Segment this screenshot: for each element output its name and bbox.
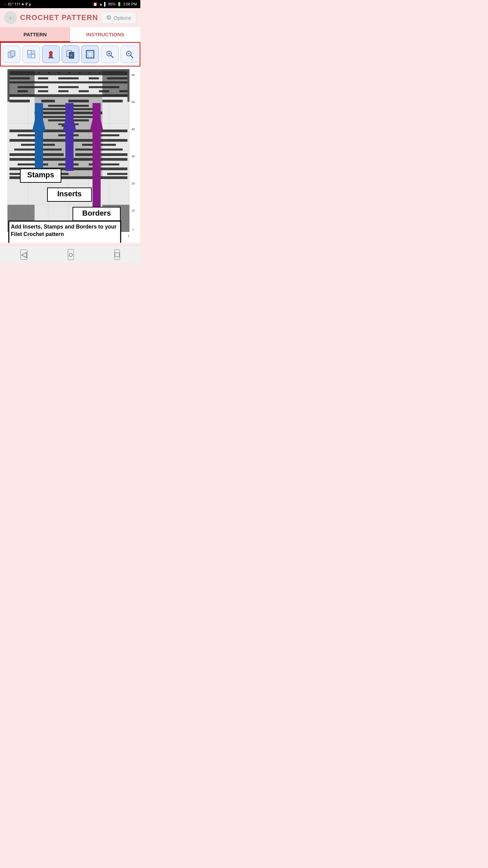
move-tool-button[interactable] — [22, 45, 40, 63]
status-temp: 81° — [8, 2, 14, 6]
battery-icon: 🔋 — [117, 2, 122, 6]
svg-rect-8 — [48, 57, 54, 58]
ruler-label-10: 10 — [131, 209, 135, 212]
status-bar: ··· 81° f f f ★ 𝐏 𝐩 ⏰ ▲ ▌ 95% 🔋 3:58 PM — [0, 0, 140, 8]
svg-rect-72 — [58, 86, 79, 88]
svg-rect-65 — [9, 77, 30, 79]
svg-rect-13 — [88, 52, 92, 56]
gear-icon: ⚙ — [106, 14, 111, 21]
back-button[interactable]: ‹ — [4, 11, 17, 24]
svg-rect-5 — [27, 54, 31, 58]
svg-rect-74 — [18, 90, 28, 92]
status-dots: ··· — [3, 2, 6, 6]
svg-rect-81 — [9, 100, 30, 102]
status-right: ⏰ ▲ ▌ 95% 🔋 3:58 PM — [93, 2, 137, 6]
svg-rect-102 — [75, 153, 127, 156]
nav-back-button[interactable]: ◁ — [20, 250, 27, 260]
svg-rect-117 — [93, 103, 101, 212]
ruler-label-50: 50 — [131, 100, 135, 104]
svg-rect-110 — [107, 173, 127, 175]
copy-tool-button[interactable] — [3, 45, 20, 63]
svg-point-6 — [49, 51, 53, 55]
ruler-label-20: 20 — [131, 182, 135, 185]
svg-rect-79 — [119, 90, 127, 92]
border-tool-button[interactable] — [81, 45, 99, 63]
svg-rect-73 — [89, 86, 119, 88]
inserts-label: Inserts — [57, 190, 82, 198]
ruler-bottom-1: 1 — [128, 234, 129, 237]
svg-rect-84 — [102, 100, 123, 102]
svg-rect-71 — [18, 86, 48, 88]
svg-line-17 — [111, 55, 113, 58]
tab-instructions[interactable]: INSTRUCTIONS — [70, 27, 140, 42]
borders-label: Borders — [82, 209, 111, 217]
status-left: ··· 81° f f f ★ 𝐏 𝐩 — [3, 2, 31, 6]
nav-home-button[interactable]: ○ — [68, 249, 74, 260]
svg-rect-4 — [31, 54, 35, 58]
svg-rect-66 — [38, 77, 48, 79]
ruler-label-1: 1 — [132, 228, 134, 231]
ruler-label-60: 60 — [131, 73, 135, 77]
status-icons: f f f ★ 𝐏 𝐩 — [15, 2, 31, 6]
insert-tool-button[interactable]: + — [62, 45, 79, 63]
svg-rect-83 — [68, 100, 89, 102]
page-title: CROCHET PATTERN — [20, 13, 98, 22]
svg-rect-64 — [9, 71, 127, 75]
svg-rect-113 — [35, 103, 43, 171]
svg-rect-77 — [79, 90, 89, 92]
alarm-icon: ⏰ — [93, 2, 98, 6]
zoom-in-button[interactable] — [101, 45, 119, 63]
toolbar: + — [0, 42, 140, 66]
ruler-label-30: 30 — [131, 155, 135, 158]
svg-rect-12 — [86, 51, 94, 58]
options-label: Options — [114, 15, 131, 21]
svg-rect-1 — [10, 51, 15, 56]
svg-text:+: + — [70, 54, 72, 57]
svg-rect-76 — [58, 90, 68, 92]
nav-bar: ◁ ○ □ — [0, 245, 140, 263]
wifi-icon: ▲ — [99, 2, 103, 6]
stamp-tool-button[interactable] — [42, 45, 60, 63]
svg-rect-104 — [18, 163, 48, 165]
svg-rect-3 — [31, 51, 35, 54]
status-time: 3:58 PM — [123, 2, 137, 6]
header: ‹ CROCHET PATTERN ⚙ Options — [0, 8, 140, 27]
svg-rect-68 — [89, 77, 99, 79]
pattern-grid: 60 50 40 30 20 10 1 60 50 40 30 20 10 — [0, 66, 140, 243]
options-button[interactable]: ⚙ Options — [101, 12, 136, 24]
svg-rect-115 — [65, 103, 74, 171]
tab-pattern[interactable]: PATTERN — [0, 27, 70, 42]
pattern-area[interactable]: 60 50 40 30 20 10 1 60 50 40 30 20 10 — [0, 66, 140, 243]
svg-line-20 — [130, 55, 133, 58]
svg-rect-78 — [99, 90, 109, 92]
ruler-label-40: 40 — [131, 127, 135, 131]
svg-rect-69 — [107, 77, 127, 79]
svg-rect-82 — [41, 100, 55, 102]
svg-rect-67 — [58, 77, 79, 79]
tab-bar: PATTERN INSTRUCTIONS — [0, 27, 140, 42]
svg-rect-70 — [9, 81, 127, 83]
stamps-label: Stamps — [27, 171, 54, 179]
svg-rect-80 — [9, 94, 127, 97]
signal-icon: ▌ — [104, 2, 107, 6]
svg-rect-95 — [99, 134, 119, 136]
zoom-out-button[interactable] — [121, 45, 138, 63]
nav-recent-button[interactable]: □ — [114, 250, 120, 260]
svg-rect-2 — [27, 51, 31, 54]
battery-percent: 95% — [108, 2, 116, 6]
svg-rect-75 — [38, 90, 48, 92]
